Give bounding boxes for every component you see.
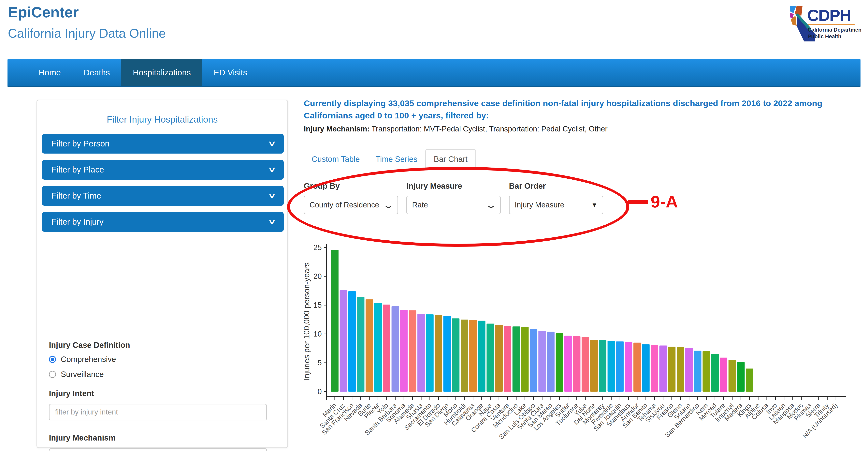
bar-nevada[interactable] (357, 297, 364, 392)
bar-mendocino[interactable] (513, 327, 520, 392)
bar-el-dorado[interactable] (435, 315, 442, 392)
bar-siskiyou[interactable] (659, 345, 667, 392)
bar-san-mateo[interactable] (547, 332, 555, 392)
svg-text:20: 20 (313, 272, 322, 280)
svg-text:0: 0 (318, 387, 322, 396)
accordion-label: Filter by Injury (52, 217, 103, 227)
bar-sonoma[interactable] (400, 310, 408, 392)
bar-del-norte[interactable] (590, 340, 598, 392)
accordion-filter-by-person[interactable]: Filter by Person˅ (42, 134, 284, 154)
bar-san-joaquin[interactable] (616, 341, 624, 392)
chevron-down-icon: ˅ (269, 191, 275, 200)
summary-heading: Currently displaying 33,035 comprehensiv… (304, 97, 858, 122)
bar-ventura[interactable] (504, 326, 511, 392)
bar-calaveras[interactable] (469, 320, 477, 392)
injury-mechanism-tagbox[interactable]: Transportation: MVT-Pedal Cyclist×Transp… (49, 448, 267, 451)
group-by-select[interactable]: County of Residence⌄ (304, 196, 398, 214)
bar-santa-clara[interactable] (538, 331, 546, 392)
nav-item-ed-visits[interactable]: ED Visits (202, 59, 259, 86)
bar-yolo[interactable] (383, 305, 391, 392)
control-group-by: Group ByCounty of Residence⌄ (304, 182, 398, 214)
case-definition-label: Injury Case Definition (49, 341, 130, 350)
tab-time-series[interactable]: Time Series (368, 150, 425, 169)
bar-butte[interactable] (366, 299, 373, 392)
cdph-logo-icon: CDPH California Department of Public Hea… (785, 4, 862, 46)
bar-napa[interactable] (487, 324, 494, 392)
bar-alameda[interactable] (409, 310, 416, 392)
bar-yuba[interactable] (582, 337, 589, 392)
bar-chart: Injuries per 100,000 person-years0510152… (304, 242, 868, 451)
main-nav: HomeDeathsHospitalizationsED Visits (7, 59, 861, 87)
bar-amador[interactable] (633, 343, 641, 392)
tab-bar-chart[interactable]: Bar Chart (425, 149, 476, 169)
tab-custom-table[interactable]: Custom Table (304, 150, 368, 169)
injury-measure-select[interactable]: Rate⌄ (406, 196, 501, 214)
injury-intent-label: Injury Intent (49, 389, 94, 398)
page-header: EpiCenter California Injury Data Online … (0, 0, 868, 59)
bar-merced[interactable] (711, 354, 719, 392)
bar-sutter[interactable] (564, 336, 572, 392)
y-axis-title: Injuries per 100,000 person-years (304, 262, 311, 380)
svg-text:5: 5 (318, 359, 322, 367)
bar-order-select[interactable]: Injury Measure▼ (509, 196, 603, 214)
view-tabs: Custom TableTime SeriesBar Chart (304, 149, 858, 169)
bar-san-francisco[interactable] (348, 291, 356, 392)
control-injury-measure: Injury MeasureRate⌄ (406, 182, 501, 214)
bar-tulare[interactable] (720, 358, 727, 392)
radio-label: Surveillance (61, 370, 104, 379)
injury-intent-input[interactable] (49, 404, 267, 420)
bar-shasta[interactable] (417, 314, 425, 392)
bar-placer[interactable] (374, 303, 382, 392)
control-label: Bar Order (509, 182, 603, 190)
bar-riverside[interactable] (608, 341, 615, 392)
bar-tehama[interactable] (651, 345, 658, 392)
sidebar-title: Filter Injury Hospitalizations (37, 114, 287, 125)
bar-san-luis-obispo[interactable] (530, 329, 537, 392)
bar-san-diego[interactable] (443, 316, 451, 392)
bar-lake[interactable] (521, 327, 529, 392)
chevron-down-icon: ⌄ (486, 200, 497, 210)
bar-kings[interactable] (746, 368, 753, 392)
bar-sacramento[interactable] (426, 314, 434, 392)
nav-item-hospitalizations[interactable]: Hospitalizations (121, 59, 202, 86)
bar-santa-barbara[interactable] (392, 306, 399, 392)
bar-stanislaus[interactable] (625, 342, 632, 392)
bar-san-benito[interactable] (642, 344, 650, 392)
bar-orange[interactable] (478, 321, 486, 392)
bar-contra-costa[interactable] (495, 325, 503, 392)
select-value: Injury Measure (515, 201, 564, 209)
nav-item-deaths[interactable]: Deaths (72, 59, 121, 86)
chevron-down-icon: ▼ (591, 201, 597, 209)
bar-imperial[interactable] (728, 360, 736, 392)
bar-santa-cruz[interactable] (340, 290, 347, 392)
radio-selected-icon[interactable] (49, 356, 56, 363)
accordion-label: Filter by Place (52, 165, 104, 175)
radio-option-surveillance[interactable]: Surveillance (49, 370, 104, 379)
accordion-label: Filter by Time (52, 191, 101, 201)
bar-marin[interactable] (331, 250, 339, 392)
filter-sidebar: Filter Injury Hospitalizations Filter by… (36, 100, 288, 448)
accordion-filter-by-time[interactable]: Filter by Time˅ (42, 186, 284, 206)
bar-los-angeles[interactable] (556, 333, 563, 392)
chevron-down-icon: ⌄ (383, 200, 394, 210)
bar-kern[interactable] (703, 351, 710, 392)
accordion-label: Filter by Person (52, 139, 110, 148)
accordion-filter-by-place[interactable]: Filter by Place˅ (42, 160, 284, 180)
bar-solano[interactable] (685, 348, 693, 392)
svg-text:25: 25 (313, 243, 322, 252)
bar-madera[interactable] (737, 362, 745, 392)
bar-mono[interactable] (452, 319, 460, 392)
svg-text:Public Health: Public Health (808, 34, 841, 39)
bar-tuolumne[interactable] (573, 336, 580, 392)
radio-option-comprehensive[interactable]: Comprehensive (49, 355, 116, 364)
bar-san-bernardino[interactable] (694, 351, 702, 392)
bar-fresno[interactable] (668, 347, 676, 392)
annotation-label: 9-A (651, 192, 678, 211)
radio-unselected-icon[interactable] (49, 371, 56, 378)
filter-summary-line: Injury Mechanism: Transportation: MVT-Pe… (304, 125, 858, 133)
bar-humboldt[interactable] (461, 320, 468, 392)
bar-glenn[interactable] (677, 347, 684, 392)
bar-monterey[interactable] (599, 340, 607, 392)
accordion-filter-by-injury[interactable]: Filter by Injury˅ (42, 212, 284, 232)
nav-item-home[interactable]: Home (27, 59, 72, 86)
